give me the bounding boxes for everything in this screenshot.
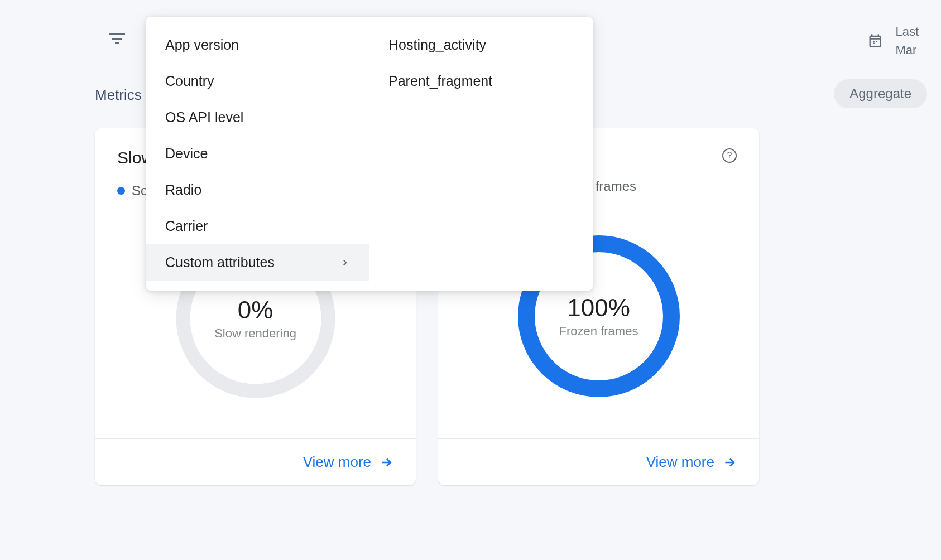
- filter-option-custom-attributes[interactable]: Custom attributes: [146, 244, 369, 281]
- help-icon[interactable]: ?: [722, 148, 737, 163]
- chevron-right-icon: [340, 258, 350, 268]
- calendar-icon: [866, 32, 884, 50]
- filter-dropdown-col1: App version Country OS API level Device …: [146, 17, 369, 291]
- frozen-frames-percent: 100%: [567, 294, 630, 322]
- filter-option-carrier[interactable]: Carrier: [146, 208, 369, 244]
- filter-dropdown: App version Country OS API level Device …: [146, 17, 593, 291]
- arrow-right-icon: [722, 455, 737, 470]
- filter-dropdown-col2: Hosting_activity Parent_fragment: [369, 17, 593, 291]
- aggregate-chip[interactable]: Aggregate: [834, 79, 927, 108]
- metrics-tab[interactable]: Metrics: [95, 86, 142, 104]
- filter-icon[interactable]: [109, 33, 126, 46]
- filter-option-parent-fragment[interactable]: Parent_fragment: [369, 63, 593, 99]
- filter-option-app-version[interactable]: App version: [146, 27, 369, 63]
- legend-dot-icon: [117, 187, 125, 195]
- date-line1: Last: [895, 22, 919, 41]
- frozen-frames-view-more-button[interactable]: View more: [646, 453, 737, 471]
- slow-rendering-sublabel: Slow rendering: [214, 326, 296, 341]
- slow-rendering-view-more-button[interactable]: View more: [303, 453, 393, 471]
- arrow-right-icon: [379, 455, 393, 470]
- date-range-text: Last Mar: [895, 22, 919, 59]
- filter-option-hosting-activity[interactable]: Hosting_activity: [369, 27, 593, 63]
- view-more-text: View more: [646, 453, 714, 471]
- filter-option-os-api-level[interactable]: OS API level: [146, 99, 369, 136]
- view-more-text: View more: [303, 453, 371, 471]
- slow-rendering-percent: 0%: [238, 296, 273, 324]
- date-line2: Mar: [895, 41, 919, 59]
- filter-option-radio[interactable]: Radio: [146, 172, 369, 208]
- filter-option-device[interactable]: Device: [146, 136, 369, 172]
- filter-option-country[interactable]: Country: [146, 63, 369, 99]
- date-range[interactable]: Last Mar: [866, 22, 919, 59]
- frozen-frames-sublabel: Frozen frames: [559, 324, 638, 339]
